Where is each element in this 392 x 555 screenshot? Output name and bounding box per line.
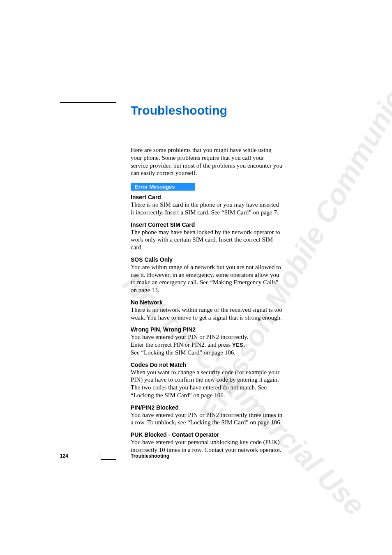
header-rule-vertical bbox=[116, 102, 116, 119]
footer-rule-outer bbox=[101, 454, 101, 459]
subhead-no-network: No Network bbox=[131, 299, 283, 306]
subhead-insert-correct-sim: Insert Correct SIM Card bbox=[131, 221, 283, 228]
page: Not for Commercial Use Ericsson Mobile C… bbox=[0, 0, 392, 555]
body-wrong-pin-pre: You have entered your PIN or PIN2 incorr… bbox=[131, 334, 249, 348]
subhead-codes-no-match: Codes Do not Match bbox=[131, 362, 283, 368]
section-bar-error-messages: Error Messages bbox=[131, 183, 195, 191]
page-number: 124 bbox=[60, 453, 68, 459]
body-puk-blocked: You have entered your personal unblockin… bbox=[131, 438, 283, 454]
intro-paragraph: Here are some problems that you might ha… bbox=[131, 146, 283, 177]
body-insert-correct-sim: The phone may have been locked by the ne… bbox=[131, 228, 283, 251]
body-insert-card: There is no SIM card in the phone or you… bbox=[131, 201, 283, 216]
subhead-sos-calls-only: SOS Calls Only bbox=[131, 256, 283, 263]
subhead-insert-card: Insert Card bbox=[131, 194, 283, 200]
page-title: Troubleshooting bbox=[131, 104, 283, 117]
body-pin-blocked: You have entered your PIN or PIN2 incorr… bbox=[131, 411, 283, 427]
subhead-wrong-pin: Wrong PIN, Wrong PIN2 bbox=[131, 326, 283, 333]
subhead-pin-blocked: PIN/PIN2 Blocked bbox=[131, 404, 283, 411]
footer-title: Troubleshooting bbox=[131, 453, 169, 459]
yes-key-label: YES bbox=[232, 342, 244, 348]
footer-rule-inner bbox=[116, 449, 116, 459]
footer-rule-horizontal bbox=[101, 459, 116, 460]
header-rule-horizontal bbox=[60, 102, 116, 103]
subhead-puk-blocked: PUK Blocked - Contact Operator bbox=[131, 431, 283, 438]
body-codes-no-match: When you want to change a security code … bbox=[131, 368, 283, 399]
body-no-network: There is no network within range or the … bbox=[131, 306, 283, 322]
main-content: Troubleshooting Here are some problems t… bbox=[131, 104, 283, 454]
body-sos-calls-only: You are within range of a network but yo… bbox=[131, 263, 283, 294]
body-wrong-pin: You have entered your PIN or PIN2 incorr… bbox=[131, 333, 283, 356]
